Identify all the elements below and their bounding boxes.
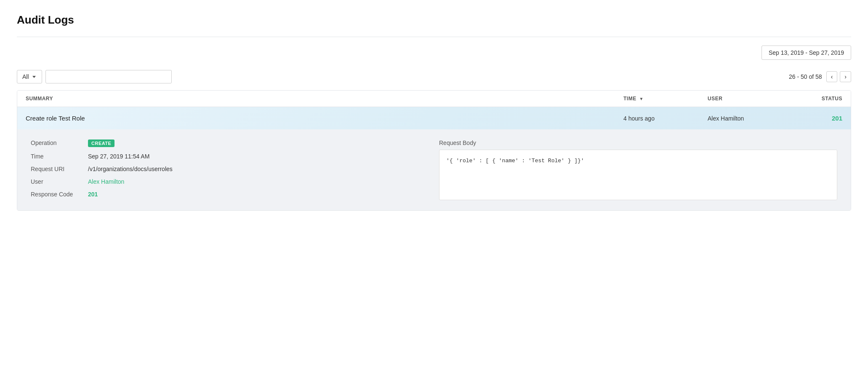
table-header: SUMMARY TIME ▼ USER STATUS <box>17 91 851 107</box>
pagination-next-button[interactable]: › <box>840 71 851 82</box>
row-time: 4 hours ago <box>623 115 708 122</box>
filter-dropdown[interactable]: All <box>17 70 42 83</box>
pagination-prev-button[interactable]: ‹ <box>826 71 838 82</box>
request-body-label: Request Body <box>439 139 837 146</box>
detail-time-row: Time Sep 27, 2019 11:54 AM <box>31 153 429 160</box>
detail-operation-row: Operation CREATE <box>31 139 429 147</box>
column-time: TIME ▼ <box>623 96 708 102</box>
date-range-wrapper: Sep 13, 2019 - Sep 27, 2019 <box>17 46 851 65</box>
detail-right: Request Body '{ 'role' : [ { 'name' : 'T… <box>439 139 837 200</box>
request-body-content: '{ 'role' : [ { 'name' : 'Test Role' } ]… <box>439 150 837 200</box>
pagination-text: 26 - 50 of 58 <box>789 73 822 80</box>
detail-left: Operation CREATE Time Sep 27, 2019 11:54… <box>31 139 429 200</box>
page-title: Audit Logs <box>17 13 851 27</box>
chevron-down-icon <box>32 76 36 78</box>
table-row[interactable]: Create role Test Role 4 hours ago Alex H… <box>17 107 851 129</box>
filter-dropdown-value: All <box>22 73 29 80</box>
detail-panel: Operation CREATE Time Sep 27, 2019 11:54… <box>17 129 851 210</box>
divider <box>17 37 851 37</box>
search-input[interactable] <box>45 70 172 83</box>
detail-user-value[interactable]: Alex Hamilton <box>88 178 124 185</box>
operation-badge: CREATE <box>88 139 114 147</box>
sort-arrow-icon: ▼ <box>639 97 644 101</box>
filter-left: All <box>17 70 172 83</box>
detail-time-label: Time <box>31 153 81 160</box>
detail-uri-label: Request URI <box>31 166 81 172</box>
row-summary: Create role Test Role <box>26 115 623 122</box>
date-range-button[interactable]: Sep 13, 2019 - Sep 27, 2019 <box>761 46 851 60</box>
row-status: 201 <box>792 115 842 122</box>
row-user: Alex Hamilton <box>708 115 792 122</box>
filter-row: All 26 - 50 of 58 ‹ › <box>17 70 851 83</box>
detail-response-value: 201 <box>88 191 98 198</box>
detail-operation-label: Operation <box>31 139 81 146</box>
detail-user-label: User <box>31 178 81 185</box>
detail-time-value: Sep 27, 2019 11:54 AM <box>88 153 149 160</box>
pagination: 26 - 50 of 58 ‹ › <box>789 71 851 82</box>
audit-log-table: SUMMARY TIME ▼ USER STATUS Create role T… <box>17 90 851 211</box>
column-user: USER <box>708 96 792 102</box>
column-summary: SUMMARY <box>26 96 623 102</box>
detail-uri-row: Request URI /v1/organizations/docs/userr… <box>31 166 429 172</box>
detail-uri-value: /v1/organizations/docs/userroles <box>88 166 173 172</box>
detail-user-row: User Alex Hamilton <box>31 178 429 185</box>
detail-response-label: Response Code <box>31 191 81 198</box>
detail-response-row: Response Code 201 <box>31 191 429 198</box>
column-status: STATUS <box>792 96 842 102</box>
